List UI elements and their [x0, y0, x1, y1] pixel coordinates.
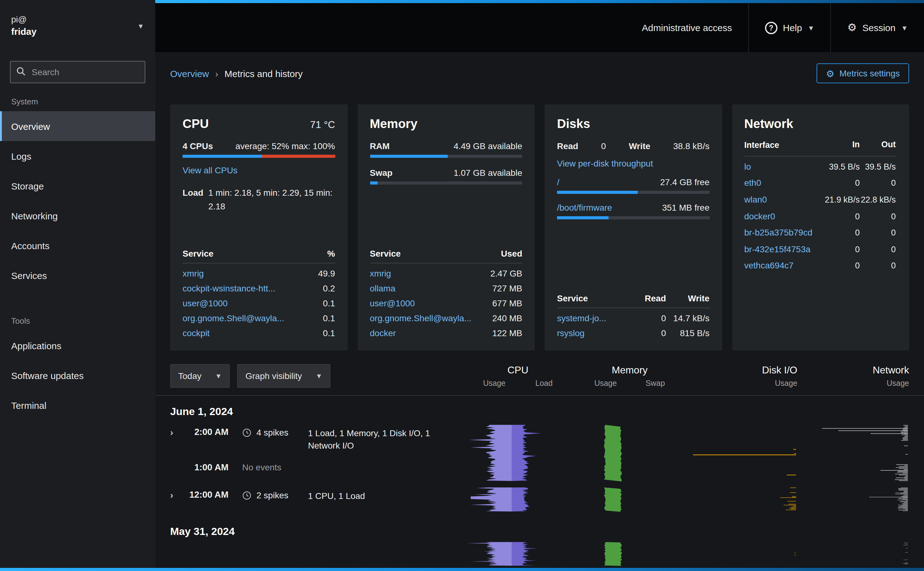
sidebar-item-logs[interactable]: Logs — [0, 141, 155, 171]
per-disk-throughput-link[interactable]: View per-disk throughput — [557, 159, 653, 168]
cpu-usage-graph — [468, 487, 568, 512]
cpu-service-table: Service % xmrig49.9 cockpit-wsinstance-h… — [183, 248, 335, 338]
expand-chevron-icon[interactable]: › — [170, 427, 184, 438]
content: Overview › Metrics and history ⚙ Metrics… — [155, 52, 924, 571]
table-row: cockpit0.1 — [183, 323, 335, 338]
mount-root: / 27.4 GB free — [557, 177, 710, 194]
interface-link[interactable]: vethca694c7 — [744, 260, 814, 272]
sidebar-item-storage[interactable]: Storage — [0, 171, 155, 201]
masthead: Administrative access ? Help ▼ ⚙ Session… — [155, 3, 924, 52]
read-value: 0 — [601, 141, 606, 151]
write-value: 38.8 kB/s — [673, 141, 710, 151]
interface-link[interactable]: lo — [744, 161, 814, 173]
event-description: 1 CPU, 1 Load — [308, 489, 444, 502]
gear-icon: ⚙ — [826, 69, 835, 78]
service-link[interactable]: docker — [370, 328, 485, 338]
table-row: docker122 MB — [370, 323, 522, 338]
network-card: Network Interface In Out lo39.5 B/s39.5 … — [732, 104, 909, 350]
sidebar: pi@ friday ▼ System Overview Logs Storag… — [0, 0, 155, 571]
search-input[interactable] — [10, 61, 145, 83]
service-link[interactable]: cockpit — [183, 328, 304, 338]
table-row: xmrig2.47 GB — [370, 264, 522, 278]
history-row-2am[interactable]: › 2:00 AM 4 spikes 1 Load, 1 Memory, 1 D… — [170, 427, 456, 452]
table-row: eth000 — [744, 173, 897, 190]
event-count: 4 spikes — [256, 427, 288, 437]
sidebar-item-services[interactable]: Services — [0, 260, 155, 290]
mount-link[interactable]: /boot/firmware — [557, 202, 612, 213]
interface-link[interactable]: wlan0 — [744, 194, 814, 206]
interface-link[interactable]: br-432e15f4753a — [744, 244, 814, 256]
gear-icon: ⚙ — [847, 22, 857, 33]
table-row: user@10000.1 — [183, 293, 335, 308]
sidebar-item-accounts[interactable]: Accounts — [0, 230, 155, 260]
network-interface-table: Interface In Out lo39.5 B/s39.5 B/s eth0… — [744, 140, 897, 272]
interface-link[interactable]: docker0 — [744, 210, 814, 222]
table-row: org.gnome.Shell@wayla...240 MB — [370, 308, 522, 323]
administrative-access-button[interactable]: Administrative access — [626, 3, 748, 52]
host-switcher[interactable]: pi@ friday ▼ — [0, 0, 155, 52]
history-row-1am[interactable]: 1:00 AM No events — [170, 462, 456, 472]
event-clock-icon — [242, 428, 251, 437]
mount-usage-bar — [557, 216, 710, 219]
view-all-cpus-link[interactable]: View all CPUs — [183, 165, 237, 175]
swap-usage-bar — [370, 181, 522, 185]
network-usage-graph — [810, 487, 909, 512]
chevron-down-icon: ▼ — [808, 24, 815, 31]
expand-chevron-icon[interactable]: › — [170, 489, 184, 500]
service-link[interactable]: rsyslog — [557, 328, 635, 338]
service-link[interactable]: xmrig — [183, 269, 304, 278]
interface-link[interactable]: br-b25a375b79cd — [744, 227, 814, 239]
mount-link[interactable]: / — [557, 177, 559, 187]
event-count: 2 spikes — [256, 490, 288, 500]
search-icon — [16, 66, 26, 78]
write-label: Write — [629, 141, 650, 151]
sidebar-item-terminal[interactable]: Terminal — [0, 390, 155, 420]
cpu-card: CPU 71 °C 4 CPUs average: 52% max: 100% … — [170, 104, 347, 350]
service-link[interactable]: cockpit-wsinstance-htt... — [183, 283, 304, 293]
load-values: 1 min: 2.18, 5 min: 2.29, 15 min: 2.18 — [208, 187, 333, 213]
disk-io-graph — [692, 542, 797, 566]
chevron-down-icon: ▼ — [215, 372, 222, 380]
service-link[interactable]: org.gnome.Shell@wayla... — [183, 313, 304, 323]
chevron-down-icon: ▼ — [901, 24, 908, 31]
network-card-title: Network — [744, 117, 793, 131]
service-link[interactable]: xmrig — [370, 269, 485, 278]
disk-io-graph — [692, 487, 797, 512]
date-heading: May 31, 2024 — [155, 517, 924, 542]
load-label: Load — [183, 187, 203, 213]
breadcrumb-overview-link[interactable]: Overview — [170, 68, 209, 79]
metrics-settings-button[interactable]: ⚙ Metrics settings — [817, 63, 909, 83]
swap-label: Swap — [370, 168, 393, 178]
ram-label: RAM — [370, 141, 390, 151]
sidebar-item-applications[interactable]: Applications — [0, 330, 155, 360]
chevron-down-icon: ▼ — [137, 22, 144, 30]
cpu-card-title: CPU — [183, 117, 209, 131]
table-row: vethca694c700 — [744, 256, 897, 272]
cpu-usage-bar — [183, 155, 335, 158]
service-link[interactable]: org.gnome.Shell@wayla... — [370, 313, 485, 323]
service-link[interactable]: ollama — [370, 283, 485, 293]
ram-usage-bar — [370, 155, 522, 158]
nav-section-system: System — [0, 87, 155, 111]
table-row: wlan021.9 kB/s22.8 kB/s — [744, 190, 897, 206]
sidebar-item-overview[interactable]: Overview — [0, 111, 155, 141]
sidebar-item-software-updates[interactable]: Software updates — [0, 360, 155, 390]
table-row: docker000 — [744, 206, 897, 222]
help-menu[interactable]: ? Help ▼ — [748, 3, 830, 52]
table-row: user@1000677 MB — [370, 293, 522, 308]
service-link[interactable]: user@1000 — [183, 298, 304, 308]
cpu-usage-fill — [183, 155, 262, 158]
memory-usage-graph — [580, 487, 679, 512]
graph-visibility-select[interactable]: Graph visibility ▼ — [237, 364, 331, 388]
sidebar-item-networking[interactable]: Networking — [0, 201, 155, 230]
top-accent-bar — [155, 0, 924, 3]
nav-section-tools: Tools — [0, 306, 155, 330]
time-range-select[interactable]: Today ▼ — [170, 364, 230, 388]
interface-link[interactable]: eth0 — [744, 177, 814, 190]
history-column-memory: Memory UsageSwap — [580, 365, 679, 388]
ram-available: 4.49 GB available — [454, 141, 522, 151]
session-menu[interactable]: ⚙ Session ▼ — [830, 3, 924, 52]
service-link[interactable]: systemd-jo... — [557, 313, 635, 323]
history-row-12am[interactable]: › 12:00 AM 2 spikes 1 CPU, 1 Load — [170, 489, 456, 502]
service-link[interactable]: user@1000 — [370, 298, 485, 308]
